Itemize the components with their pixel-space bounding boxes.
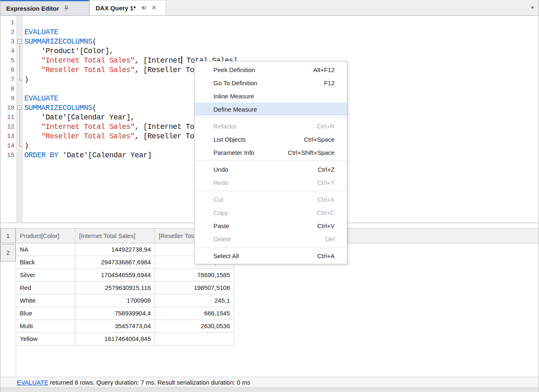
table-cell[interactable]: Yellow	[16, 333, 75, 345]
menu-item-parameter-info[interactable]: Parameter InfoCtrl+Shift+Space	[195, 146, 347, 159]
tab-expression-editor-label: Expression Editor	[6, 5, 59, 12]
table-cell[interactable]: 2947336867,6984	[75, 256, 155, 268]
code-text: SUMMARIZECOLUMNS(	[24, 103, 96, 113]
code-text: 'Product'[Color],	[24, 47, 113, 56]
table-cell[interactable]: 1700908	[75, 294, 155, 307]
line-number: 13	[0, 132, 14, 141]
status-message: returned 8 rows. Query duration: 7 ms. R…	[48, 379, 250, 386]
menu-item-shortcut: F12	[324, 79, 335, 86]
menu-item-shortcut: Ctrl+A	[317, 252, 335, 259]
fold-guide-line	[19, 44, 20, 80]
chevron-down-icon[interactable]: ▼	[530, 5, 534, 10]
menu-item-shortcut: Ctrl+Space	[304, 136, 335, 143]
table-cell[interactable]: 35457473,04	[75, 320, 155, 332]
tab-dax-query-1[interactable]: DAX Query 1* ✕	[89, 0, 166, 15]
menu-item-label: Inline Measure	[213, 93, 254, 100]
menu-item-peek-definition[interactable]: Peek DefinitionAlt+F12	[195, 63, 347, 76]
line-number: 4	[0, 47, 14, 56]
table-row-white: White1700908245,1	[16, 294, 234, 307]
table-cell[interactable]: 2579630915,116	[75, 282, 155, 294]
fold-collapse-icon[interactable]: −	[17, 39, 22, 44]
pin-icon[interactable]	[63, 5, 70, 12]
table-row-blue: Blue758939904,4666,1545	[16, 307, 234, 320]
tab-expression-editor[interactable]: Expression Editor	[0, 0, 89, 15]
column-header-2[interactable]: [Internet Total Sales]	[75, 229, 155, 243]
menu-separator	[195, 191, 346, 191]
table-cell[interactable]: Multi	[16, 320, 75, 332]
menu-separator	[195, 117, 346, 118]
pin-icon[interactable]	[140, 5, 147, 11]
result-set-button-2[interactable]: 2	[0, 244, 16, 261]
menu-item-list-objects[interactable]: List ObjectsCtrl+Space	[195, 133, 347, 146]
line-number: 1	[0, 18, 14, 28]
menu-item-label: Cut	[213, 196, 223, 203]
line-number: 3	[0, 37, 14, 47]
code-line-3: 3SUMMARIZECOLUMNS(	[0, 37, 539, 47]
line-number: 9	[0, 94, 14, 103]
table-row-red: Red2579630915,116198507,5108	[16, 282, 234, 294]
column-header-1[interactable]: Product[Color]	[16, 229, 75, 243]
table-cell[interactable]: Black	[16, 256, 75, 268]
menu-item-define-measure[interactable]: Define Measure	[195, 103, 347, 116]
table-cell[interactable]: 2630,0536	[155, 320, 234, 332]
table-cell[interactable]: Blue	[16, 307, 75, 320]
result-set-button-1[interactable]: 1	[0, 228, 16, 243]
table-cell[interactable]	[155, 333, 234, 345]
menu-item-paste[interactable]: PasteCtrl+V	[195, 219, 347, 232]
menu-item-go-to-definition[interactable]: Go To DefinitionF12	[195, 76, 347, 89]
code-line-1: 1	[0, 18, 539, 28]
menu-separator	[195, 247, 346, 247]
menu-item-label: Undo	[213, 166, 228, 173]
bottom-strip	[0, 387, 539, 392]
table-cell[interactable]: 1617464004,845	[75, 333, 155, 345]
line-number: 15	[0, 151, 14, 160]
line-number: 11	[0, 113, 14, 122]
menu-item-label: Select All	[213, 252, 239, 259]
table-cell[interactable]: 245,1	[155, 294, 234, 307]
menu-item-label: Copy	[213, 209, 228, 216]
code-line-2: 2EVALUATE	[0, 28, 539, 37]
table-cell[interactable]: 198507,5108	[155, 282, 234, 294]
code-text: 'Date'[Calendar Year],	[24, 113, 135, 122]
menu-item-label: Refactor	[213, 123, 237, 130]
menu-item-label: Define Measure	[213, 106, 257, 113]
code-text: ORDER BY 'Date'[Calendar Year]	[24, 151, 152, 160]
table-cell[interactable]: 78690,1585	[155, 269, 234, 281]
line-number: 12	[0, 122, 14, 132]
code-text: )	[24, 75, 28, 84]
fold-collapse-icon[interactable]: −	[17, 105, 22, 110]
code-line-4: 4 'Product'[Color],	[0, 47, 539, 56]
table-row-silver: Silver1704548559,694478690,1585	[16, 269, 234, 282]
menu-item-label: Go To Definition	[213, 79, 257, 86]
line-number: 2	[0, 28, 14, 37]
menu-item-redo: RedoCtrl+Y	[195, 176, 347, 189]
code-text: EVALUATE	[24, 94, 58, 103]
code-text: EVALUATE	[24, 28, 58, 37]
fold-guide-tick	[19, 80, 22, 80]
menu-item-select-all[interactable]: Select AllCtrl+A	[195, 249, 347, 262]
status-bar: EVALUATE returned 8 rows. Query duration…	[0, 377, 539, 387]
menu-item-label: Redo	[213, 179, 228, 186]
menu-item-shortcut: Del	[325, 236, 335, 243]
menu-item-label: Peek Definition	[213, 66, 255, 73]
table-cell[interactable]: 144922738,94	[75, 243, 155, 256]
dax-editor-window: Expression Editor DAX Query 1* ✕ ▼ 12EVA…	[0, 0, 539, 392]
menu-item-cut: CutCtrl+X	[195, 193, 347, 206]
close-icon[interactable]: ✕	[151, 5, 157, 11]
table-cell[interactable]: NA	[16, 243, 75, 256]
table-cell[interactable]: 1704548559,6944	[75, 269, 155, 281]
table-cell[interactable]: White	[16, 294, 75, 307]
line-number: 7	[0, 75, 14, 84]
editor-context-menu: Peek DefinitionAlt+F12Go To DefinitionF1…	[194, 61, 347, 264]
line-number: 5	[0, 56, 14, 65]
table-cell[interactable]: 666,1545	[155, 307, 234, 320]
evaluate-link[interactable]: EVALUATE	[17, 379, 48, 386]
code-text: )	[24, 141, 28, 151]
menu-item-delete: DeleteDel	[195, 232, 347, 245]
table-cell[interactable]: Silver	[16, 269, 75, 281]
table-cell[interactable]: 758939904,4	[75, 307, 155, 320]
menu-item-label: List Objects	[213, 136, 246, 143]
menu-item-undo[interactable]: UndoCtrl+Z	[195, 163, 347, 176]
table-cell[interactable]: Red	[16, 282, 75, 294]
menu-item-inline-measure[interactable]: Inline Measure	[195, 89, 347, 103]
